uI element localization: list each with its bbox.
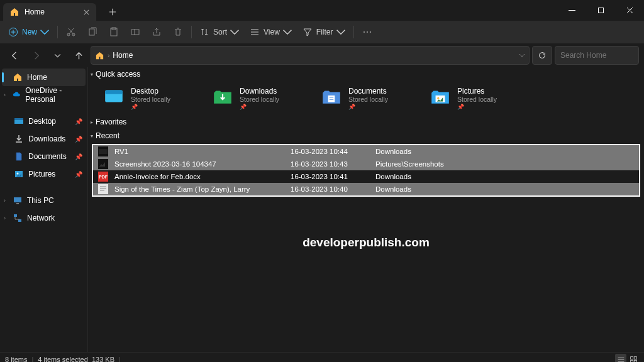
svg-rect-14 — [14, 197, 21, 202]
svg-rect-24 — [99, 149, 108, 154]
back-button[interactable] — [5, 46, 24, 65]
chevron-right-icon: › — [4, 215, 6, 221]
search-box[interactable] — [555, 46, 639, 65]
pin-icon: 📌 — [348, 104, 388, 110]
sidebar-item-onedrive[interactable]: › OneDrive - Personal — [0, 86, 87, 104]
up-button[interactable] — [69, 46, 88, 65]
new-tab-button[interactable] — [104, 3, 121, 21]
sidebar-item-network[interactable]: › Network — [0, 209, 87, 227]
cloud-icon — [13, 90, 21, 100]
cut-button[interactable] — [60, 23, 82, 41]
svg-rect-11 — [14, 118, 23, 120]
maximize-button[interactable] — [586, 0, 615, 21]
file-icon — [98, 159, 108, 169]
breadcrumb-separator: › — [108, 52, 109, 59]
forward-button[interactable] — [26, 46, 45, 65]
file-location: Pictures\Screenshots — [375, 160, 444, 168]
file-name: Screenshot 2023-03-16 104347 — [114, 160, 284, 168]
more-button[interactable] — [357, 23, 378, 41]
view-button[interactable]: View — [245, 23, 297, 41]
statusbar: 8 items | 4 items selected 133 KB | — [0, 352, 644, 362]
divider — [353, 26, 354, 38]
breadcrumb-dropdown[interactable] — [519, 52, 525, 58]
sidebar-item-home[interactable]: Home — [2, 69, 86, 86]
thumbnails-view-button[interactable] — [628, 354, 639, 362]
details-view-button[interactable] — [615, 354, 626, 362]
paste-button[interactable] — [103, 23, 125, 41]
minimize-button[interactable] — [557, 0, 586, 21]
file-date: 16-03-2023 10:40 — [291, 185, 369, 193]
svg-rect-2 — [89, 29, 94, 35]
delete-button[interactable] — [167, 23, 189, 41]
recent-locations-button[interactable] — [48, 46, 67, 65]
chevron-right-icon: ▸ — [91, 119, 93, 125]
watermark: developerpublish.com — [88, 236, 644, 250]
recent-file-row[interactable]: RV116-03-2023 10:44Downloads — [93, 145, 639, 158]
qa-name: Documents — [348, 87, 388, 96]
chevron-down-icon: ▾ — [91, 133, 93, 139]
sidebar-item-desktop[interactable]: Desktop 📌 — [0, 112, 87, 130]
quick-access-card[interactable]: DocumentsStored locally📌 — [318, 84, 409, 112]
divider — [191, 26, 192, 38]
svg-rect-20 — [328, 96, 335, 102]
sidebar-item-thispc[interactable]: › This PC — [0, 192, 87, 209]
qa-sub: Stored locally — [240, 96, 279, 103]
section-favorites[interactable]: ▸ Favorites — [88, 115, 644, 129]
chevron-right-icon: › — [4, 92, 6, 98]
qa-name: Pictures — [457, 87, 497, 96]
sort-button[interactable]: Sort — [194, 23, 245, 41]
tab[interactable]: Home — [3, 3, 96, 21]
new-button[interactable]: New — [3, 23, 55, 41]
breadcrumb-item[interactable]: Home — [113, 51, 133, 60]
recent-file-row[interactable]: PDFAnnie-Invoice for Feb.docx16-03-2023 … — [93, 170, 639, 183]
sidebar-item-documents[interactable]: Documents 📌 — [0, 148, 87, 165]
quick-access-card[interactable]: DesktopStored locally📌 — [101, 84, 192, 112]
svg-rect-0 — [598, 8, 603, 13]
qa-sub: Stored locally — [348, 96, 388, 103]
pin-icon: 📌 — [75, 118, 82, 125]
home-icon — [9, 7, 19, 17]
file-date: 16-03-2023 10:43 — [291, 160, 369, 168]
copy-button[interactable] — [82, 23, 103, 41]
divider — [57, 26, 58, 38]
svg-point-8 — [369, 31, 370, 33]
recent-file-row[interactable]: Sign of the Times - Ziam (Top Zayn), Lar… — [93, 183, 639, 195]
svg-rect-17 — [18, 219, 21, 222]
recent-files-highlight: RV116-03-2023 10:44DownloadsScreenshot 2… — [92, 144, 640, 197]
filter-button[interactable]: Filter — [297, 23, 351, 41]
svg-rect-28 — [98, 184, 108, 194]
pin-icon: 📌 — [457, 104, 497, 110]
tab-close-button[interactable] — [81, 7, 91, 17]
folder-icon — [211, 85, 235, 109]
status-size: 133 KB — [92, 356, 114, 362]
svg-rect-16 — [14, 214, 17, 217]
pin-icon: 📌 — [240, 104, 279, 110]
share-button[interactable] — [146, 23, 167, 41]
folder-icon — [102, 85, 126, 109]
file-name: Annie-Invoice for Feb.docx — [114, 173, 284, 180]
svg-rect-30 — [634, 356, 636, 359]
svg-point-13 — [17, 173, 19, 175]
chevron-down-icon — [230, 27, 240, 37]
sidebar-item-pictures[interactable]: Pictures 📌 — [0, 165, 87, 183]
file-icon — [98, 146, 108, 156]
chevron-down-icon: ▾ — [91, 72, 93, 77]
navbar: › Home — [0, 43, 644, 67]
rename-button[interactable] — [125, 23, 146, 41]
sidebar-item-downloads[interactable]: Downloads 📌 — [0, 130, 87, 148]
section-quick-access[interactable]: ▾ Quick access — [88, 67, 644, 81]
svg-rect-25 — [98, 159, 108, 169]
close-window-button[interactable] — [615, 0, 644, 21]
search-input[interactable] — [560, 51, 644, 60]
recent-file-row[interactable]: Screenshot 2023-03-16 10434716-03-2023 1… — [93, 158, 639, 170]
quick-access-card[interactable]: DownloadsStored locally📌 — [209, 84, 301, 112]
quick-access-card[interactable]: PicturesStored locally📌 — [427, 84, 518, 112]
breadcrumb[interactable]: › Home — [91, 46, 530, 65]
refresh-button[interactable] — [532, 46, 552, 65]
section-recent[interactable]: ▾ Recent — [88, 129, 644, 143]
pin-icon: 📌 — [75, 153, 82, 160]
svg-rect-29 — [630, 356, 633, 359]
chevron-right-icon: › — [4, 197, 6, 204]
titlebar: Home — [0, 0, 644, 21]
file-location: Downloads — [375, 173, 411, 180]
